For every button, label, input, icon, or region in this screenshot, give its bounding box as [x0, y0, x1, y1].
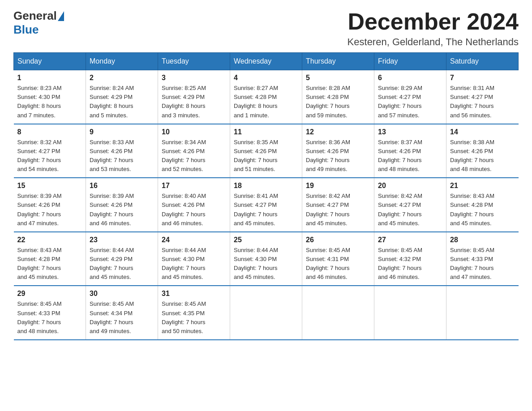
day-number: 2: [90, 74, 154, 82]
day-info: Sunrise: 8:38 AMSunset: 4:26 PMDaylight:…: [450, 139, 494, 172]
location-subtitle: Kesteren, Gelderland, The Netherlands: [348, 36, 519, 48]
title-area: December 2024 Kesteren, Gelderland, The …: [348, 9, 519, 48]
logo-blue-text: Blue: [13, 23, 39, 36]
day-number: 6: [378, 74, 442, 82]
calendar-cell: 14Sunrise: 8:38 AMSunset: 4:26 PMDayligh…: [446, 124, 519, 178]
day-info: Sunrise: 8:34 AMSunset: 4:26 PMDaylight:…: [162, 139, 206, 172]
calendar-cell: 8Sunrise: 8:32 AMSunset: 4:27 PMDaylight…: [14, 124, 86, 178]
day-info: Sunrise: 8:44 AMSunset: 4:30 PMDaylight:…: [234, 247, 278, 280]
day-info: Sunrise: 8:43 AMSunset: 4:28 PMDaylight:…: [17, 247, 62, 280]
day-info: Sunrise: 8:45 AMSunset: 4:31 PMDaylight:…: [306, 247, 350, 280]
day-number: 25: [234, 236, 298, 244]
calendar-cell: 24Sunrise: 8:44 AMSunset: 4:30 PMDayligh…: [158, 232, 230, 286]
day-number: 16: [90, 182, 154, 190]
calendar-week-row: 8Sunrise: 8:32 AMSunset: 4:27 PMDaylight…: [14, 124, 519, 178]
header-monday: Monday: [86, 53, 158, 70]
calendar-cell: 22Sunrise: 8:43 AMSunset: 4:28 PMDayligh…: [14, 232, 86, 286]
day-info: Sunrise: 8:25 AMSunset: 4:29 PMDaylight:…: [162, 85, 206, 118]
calendar-cell: 20Sunrise: 8:42 AMSunset: 4:27 PMDayligh…: [374, 178, 446, 232]
calendar-cell: 19Sunrise: 8:42 AMSunset: 4:27 PMDayligh…: [302, 178, 374, 232]
calendar-cell: 4Sunrise: 8:27 AMSunset: 4:28 PMDaylight…: [230, 70, 302, 124]
day-info: Sunrise: 8:43 AMSunset: 4:28 PMDaylight:…: [450, 193, 494, 226]
day-number: 5: [306, 74, 370, 82]
day-number: 10: [162, 128, 226, 136]
calendar-cell: 2Sunrise: 8:24 AMSunset: 4:29 PMDaylight…: [86, 70, 158, 124]
day-number: 19: [306, 182, 370, 190]
day-number: 18: [234, 182, 298, 190]
day-info: Sunrise: 8:24 AMSunset: 4:29 PMDaylight:…: [90, 85, 134, 118]
calendar-cell: 30Sunrise: 8:45 AMSunset: 4:34 PMDayligh…: [86, 286, 158, 340]
calendar-week-row: 29Sunrise: 8:45 AMSunset: 4:33 PMDayligh…: [14, 286, 519, 340]
calendar-week-row: 22Sunrise: 8:43 AMSunset: 4:28 PMDayligh…: [14, 232, 519, 286]
header-thursday: Thursday: [302, 53, 374, 70]
calendar-cell: 29Sunrise: 8:45 AMSunset: 4:33 PMDayligh…: [14, 286, 86, 340]
day-number: 20: [378, 182, 442, 190]
day-number: 24: [162, 236, 226, 244]
calendar-table: SundayMondayTuesdayWednesdayThursdayFrid…: [13, 52, 519, 340]
calendar-cell: [374, 286, 446, 340]
day-number: 14: [450, 128, 515, 136]
day-number: 15: [17, 182, 82, 190]
logo: General Blue: [13, 9, 65, 37]
header-saturday: Saturday: [446, 53, 519, 70]
calendar-cell: 23Sunrise: 8:44 AMSunset: 4:29 PMDayligh…: [86, 232, 158, 286]
day-number: 11: [234, 128, 298, 136]
calendar-cell: 13Sunrise: 8:37 AMSunset: 4:26 PMDayligh…: [374, 124, 446, 178]
calendar-cell: 28Sunrise: 8:45 AMSunset: 4:33 PMDayligh…: [446, 232, 519, 286]
calendar-cell: [230, 286, 302, 340]
day-info: Sunrise: 8:37 AMSunset: 4:26 PMDaylight:…: [378, 139, 422, 172]
calendar-cell: 31Sunrise: 8:45 AMSunset: 4:35 PMDayligh…: [158, 286, 230, 340]
day-info: Sunrise: 8:35 AMSunset: 4:26 PMDaylight:…: [234, 139, 278, 172]
calendar-cell: [302, 286, 374, 340]
day-info: Sunrise: 8:40 AMSunset: 4:26 PMDaylight:…: [162, 193, 206, 226]
day-info: Sunrise: 8:28 AMSunset: 4:28 PMDaylight:…: [306, 85, 350, 118]
header-sunday: Sunday: [14, 53, 86, 70]
calendar-cell: 9Sunrise: 8:33 AMSunset: 4:26 PMDaylight…: [86, 124, 158, 178]
day-number: 23: [90, 236, 154, 244]
day-info: Sunrise: 8:42 AMSunset: 4:27 PMDaylight:…: [306, 193, 350, 226]
logo-triangle-icon: [58, 11, 64, 21]
header-tuesday: Tuesday: [158, 53, 230, 70]
calendar-cell: [446, 286, 519, 340]
day-number: 27: [378, 236, 442, 244]
month-title: December 2024: [348, 9, 519, 34]
day-number: 8: [17, 128, 82, 136]
day-number: 12: [306, 128, 370, 136]
day-info: Sunrise: 8:44 AMSunset: 4:29 PMDaylight:…: [90, 247, 134, 280]
day-number: 21: [450, 182, 515, 190]
day-number: 1: [17, 74, 82, 82]
day-info: Sunrise: 8:41 AMSunset: 4:27 PMDaylight:…: [234, 193, 278, 226]
day-number: 31: [162, 290, 226, 298]
calendar-header-row: SundayMondayTuesdayWednesdayThursdayFrid…: [14, 53, 519, 70]
day-number: 29: [17, 290, 82, 298]
day-info: Sunrise: 8:45 AMSunset: 4:34 PMDaylight:…: [90, 300, 134, 334]
day-number: 7: [450, 74, 515, 82]
calendar-week-row: 15Sunrise: 8:39 AMSunset: 4:26 PMDayligh…: [14, 178, 519, 232]
calendar-week-row: 1Sunrise: 8:23 AMSunset: 4:30 PMDaylight…: [14, 70, 519, 124]
day-number: 26: [306, 236, 370, 244]
day-info: Sunrise: 8:45 AMSunset: 4:33 PMDaylight:…: [450, 247, 494, 280]
day-number: 3: [162, 74, 226, 82]
day-info: Sunrise: 8:45 AMSunset: 4:35 PMDaylight:…: [162, 300, 206, 334]
calendar-cell: 21Sunrise: 8:43 AMSunset: 4:28 PMDayligh…: [446, 178, 519, 232]
header-wednesday: Wednesday: [230, 53, 302, 70]
day-info: Sunrise: 8:29 AMSunset: 4:27 PMDaylight:…: [378, 85, 422, 118]
day-number: 28: [450, 236, 515, 244]
day-info: Sunrise: 8:23 AMSunset: 4:30 PMDaylight:…: [17, 85, 62, 118]
calendar-cell: 26Sunrise: 8:45 AMSunset: 4:31 PMDayligh…: [302, 232, 374, 286]
day-number: 4: [234, 74, 298, 82]
logo-general-text: General: [13, 9, 57, 23]
page-header: General Blue December 2024 Kesteren, Gel…: [13, 9, 519, 48]
day-info: Sunrise: 8:39 AMSunset: 4:26 PMDaylight:…: [17, 193, 62, 226]
day-info: Sunrise: 8:33 AMSunset: 4:26 PMDaylight:…: [90, 139, 134, 172]
day-info: Sunrise: 8:45 AMSunset: 4:32 PMDaylight:…: [378, 247, 422, 280]
day-number: 30: [90, 290, 154, 298]
calendar-cell: 10Sunrise: 8:34 AMSunset: 4:26 PMDayligh…: [158, 124, 230, 178]
day-info: Sunrise: 8:44 AMSunset: 4:30 PMDaylight:…: [162, 247, 206, 280]
day-info: Sunrise: 8:27 AMSunset: 4:28 PMDaylight:…: [234, 85, 278, 118]
calendar-cell: 1Sunrise: 8:23 AMSunset: 4:30 PMDaylight…: [14, 70, 86, 124]
calendar-cell: 6Sunrise: 8:29 AMSunset: 4:27 PMDaylight…: [374, 70, 446, 124]
calendar-cell: 15Sunrise: 8:39 AMSunset: 4:26 PMDayligh…: [14, 178, 86, 232]
calendar-cell: 12Sunrise: 8:36 AMSunset: 4:26 PMDayligh…: [302, 124, 374, 178]
calendar-cell: 7Sunrise: 8:31 AMSunset: 4:27 PMDaylight…: [446, 70, 519, 124]
